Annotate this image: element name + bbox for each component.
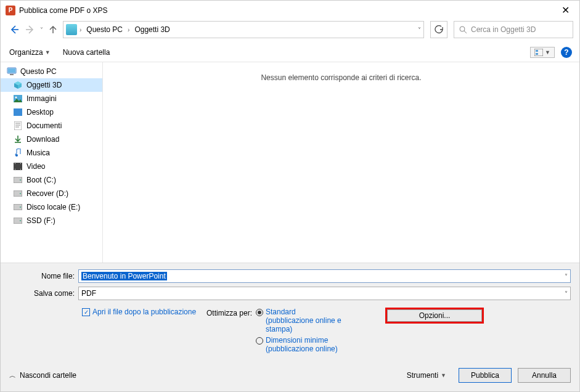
drive-icon	[13, 202, 23, 212]
svg-point-24	[20, 220, 21, 221]
tools-label: Strumenti	[407, 371, 438, 380]
svg-point-0	[460, 27, 465, 31]
tree-item-documenti[interactable]: Documenti	[1, 119, 102, 133]
breadcrumb-part[interactable]: Questo PC	[84, 24, 125, 35]
saveas-label: Salva come:	[9, 289, 78, 298]
radio-label: Standard	[266, 308, 296, 316]
chevron-right-icon: ›	[80, 27, 81, 33]
tree-label: Download	[27, 135, 59, 144]
svg-point-18	[20, 179, 21, 181]
tree-item-immagini[interactable]: Immagini	[1, 92, 102, 105]
radio-label: Dimensioni minime	[266, 336, 328, 345]
download-icon	[13, 134, 23, 144]
tree-item-boot-c[interactable]: Boot (C:)	[1, 173, 102, 187]
close-button[interactable]: ✕	[558, 4, 573, 16]
tree-root-this-pc[interactable]: Questo PC	[1, 65, 102, 78]
powerpoint-app-icon: P	[6, 6, 15, 15]
tree-item-recover-d[interactable]: Recover (D:)	[1, 187, 102, 200]
tree-item-ssd-f[interactable]: SSD (F:)	[1, 214, 102, 227]
tools-menu[interactable]: Strumenti ▼	[407, 371, 446, 380]
tree-item-oggetti-3d[interactable]: Oggetti 3D	[1, 78, 102, 92]
filename-input[interactable]: Benvenuto in PowerPoint ˅	[78, 269, 571, 283]
nav-up-button[interactable]	[47, 23, 59, 36]
tree-label: Desktop	[27, 108, 54, 116]
tree-label: Musica	[27, 149, 50, 157]
nav-recent-dropdown[interactable]: ˅	[40, 27, 43, 33]
address-dropdown[interactable]: ˅	[418, 27, 421, 33]
hide-folders-button[interactable]: ︿ Nascondi cartelle	[9, 371, 76, 380]
new-folder-label: Nuova cartella	[63, 48, 110, 57]
organize-menu[interactable]: Organizza ▼	[9, 48, 51, 57]
options-button[interactable]: Opzioni...	[385, 308, 484, 324]
svg-rect-6	[10, 74, 14, 75]
breadcrumb-part[interactable]: Oggetti 3D	[132, 24, 172, 35]
tree-label: Immagini	[27, 94, 57, 103]
tree-item-video[interactable]: Video	[1, 160, 102, 173]
pc-icon	[7, 67, 17, 76]
drive-icon	[13, 189, 23, 198]
publish-label: Pubblica	[471, 371, 499, 380]
drive-icon	[13, 216, 23, 226]
radio-unchecked-icon	[256, 337, 263, 345]
tree-item-download[interactable]: Download	[1, 133, 102, 146]
tree-label: Questo PC	[20, 67, 57, 76]
nav-forward-button[interactable]	[24, 23, 36, 36]
filename-dropdown-icon[interactable]: ˅	[565, 273, 568, 280]
svg-point-20	[20, 193, 21, 194]
tree-label: Documenti	[27, 121, 62, 130]
optimize-minimum-radio[interactable]: Dimensioni minime (pubblicazione online)	[256, 336, 367, 353]
saveas-combo[interactable]: PDF ˅	[78, 287, 571, 300]
cube-icon	[13, 80, 23, 90]
svg-rect-13	[15, 163, 15, 164]
svg-rect-2	[536, 50, 538, 52]
svg-rect-15	[20, 163, 21, 164]
window-title: Pubblica come PDF o XPS	[19, 6, 107, 15]
location-3d-icon	[66, 24, 77, 35]
nav-back-button[interactable]	[8, 23, 20, 36]
search-icon	[459, 26, 467, 34]
address-bar[interactable]: › Questo PC › Oggetti 3D ˅	[63, 21, 424, 38]
cancel-label: Annulla	[532, 371, 557, 380]
empty-message: Nessun elemento corrisponde ai criteri d…	[261, 73, 421, 82]
filename-value: Benvenuto in PowerPoint	[81, 272, 167, 280]
open-after-publish-checkbox[interactable]: ✓ Apri il file dopo la pubblicazione	[82, 308, 206, 316]
tree-label: Recover (D:)	[27, 189, 68, 198]
hide-folders-label: Nascondi cartelle	[20, 371, 76, 380]
search-input[interactable]: Cerca in Oggetti 3D	[454, 21, 573, 38]
radio-sublabel: (pubblicazione online)	[266, 345, 338, 353]
video-icon	[13, 161, 23, 171]
svg-rect-3	[536, 53, 538, 55]
svg-rect-16	[20, 169, 21, 169]
tree-label: Oggetti 3D	[27, 81, 62, 89]
pictures-icon	[13, 94, 23, 104]
refresh-button[interactable]	[430, 21, 447, 38]
tree-item-musica[interactable]: Musica	[1, 146, 102, 160]
documents-icon	[13, 121, 23, 131]
svg-point-11	[15, 154, 18, 157]
open-after-label: Apri il file dopo la pubblicazione	[92, 308, 196, 316]
chevron-up-icon: ︿	[9, 371, 16, 380]
publish-button[interactable]: Pubblica	[459, 368, 512, 383]
cancel-button[interactable]: Annulla	[518, 368, 571, 383]
new-folder-button[interactable]: Nuova cartella	[63, 48, 110, 57]
view-mode-button[interactable]: ▼	[530, 47, 555, 58]
tree-item-disco-locale-e[interactable]: Disco locale (E:)	[1, 200, 102, 214]
options-button-label: Opzioni...	[419, 311, 451, 320]
tree-label: Video	[27, 162, 45, 171]
svg-point-22	[20, 206, 21, 208]
desktop-icon	[13, 107, 23, 117]
file-list-area[interactable]: Nessun elemento corrisponde ai criteri d…	[103, 62, 579, 263]
help-button[interactable]: ?	[561, 47, 572, 58]
svg-rect-9	[14, 108, 22, 116]
checkbox-checked-icon: ✓	[82, 308, 90, 316]
svg-rect-14	[15, 169, 15, 169]
saveas-dropdown-icon[interactable]: ˅	[565, 290, 568, 297]
filename-label: Nome file:	[9, 272, 78, 280]
svg-rect-5	[8, 68, 15, 73]
tree-label: Disco locale (E:)	[27, 203, 80, 211]
music-icon	[13, 148, 23, 158]
tree-item-desktop[interactable]: Desktop	[1, 105, 102, 119]
tree-label: Boot (C:)	[27, 176, 56, 184]
optimize-standard-radio[interactable]: Standard (pubblicazione online e stampa)	[256, 308, 367, 333]
saveas-value: PDF	[81, 289, 96, 298]
